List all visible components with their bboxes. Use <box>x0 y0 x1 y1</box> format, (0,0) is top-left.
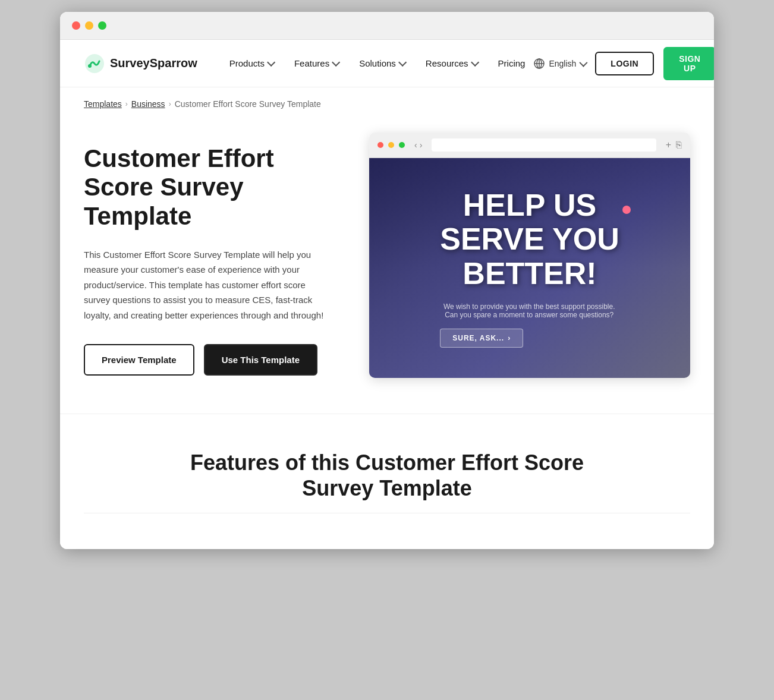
globe-icon <box>533 58 545 70</box>
browser-chrome <box>60 12 714 40</box>
logo-icon <box>84 53 105 74</box>
navbar: SurveySparrow Products Features Solution… <box>60 40 714 87</box>
template-nav-arrows: ‹ › <box>414 140 422 150</box>
traffic-light-red[interactable] <box>72 21 80 30</box>
nav-resources[interactable]: Resources <box>417 53 485 73</box>
svg-point-1 <box>88 64 92 68</box>
chevron-down-icon <box>398 58 407 66</box>
chevron-down-icon <box>332 58 340 66</box>
use-template-button[interactable]: Use This Template <box>204 344 317 376</box>
login-button[interactable]: LOGIN <box>595 52 654 75</box>
logo-text: SurveySparrow <box>110 56 197 70</box>
nav-solutions[interactable]: Solutions <box>351 53 413 73</box>
chevron-down-icon <box>471 58 479 66</box>
language-chevron-icon <box>580 58 588 67</box>
template-dot-yellow <box>388 142 394 148</box>
signup-button[interactable]: SIGN UP <box>663 47 714 80</box>
language-selector[interactable]: English <box>533 58 586 70</box>
plus-icon[interactable]: + <box>666 140 671 150</box>
pink-accent-dot <box>622 206 631 214</box>
logo[interactable]: SurveySparrow <box>84 53 197 74</box>
preview-template-button[interactable]: Preview Template <box>84 344 194 376</box>
back-arrow-icon[interactable]: ‹ <box>414 140 417 150</box>
nav-features[interactable]: Features <box>286 53 346 73</box>
breadcrumb-business[interactable]: Business <box>131 99 165 109</box>
hero-buttons: Preview Template Use This Template <box>84 344 333 376</box>
features-title: Features of this Customer Effort Score S… <box>179 450 595 501</box>
template-sub-text: We wish to provide you with the best sup… <box>440 302 618 319</box>
template-cta-button[interactable]: SURE, ASK... › <box>440 329 523 348</box>
template-url-bar[interactable] <box>432 138 656 152</box>
template-actions: + ⎘ <box>666 140 682 150</box>
nav-pricing[interactable]: Pricing <box>490 53 534 73</box>
template-preview: ‹ › + ⎘ HELP US SERVE YOU <box>369 133 690 378</box>
breadcrumb: Templates › Business › Customer Effort S… <box>60 87 714 121</box>
breadcrumb-templates[interactable]: Templates <box>84 99 122 109</box>
breadcrumb-separator-2: › <box>169 100 171 108</box>
nav-products[interactable]: Products <box>221 53 281 73</box>
hero-left: Customer Effort Score Survey Template Th… <box>84 133 333 376</box>
hero-right: ‹ › + ⎘ HELP US SERVE YOU <box>369 133 690 378</box>
copy-icon[interactable]: ⎘ <box>676 140 682 150</box>
traffic-light-yellow[interactable] <box>85 21 93 30</box>
arrow-right-icon: › <box>508 334 511 342</box>
hero-title: Customer Effort Score Survey Template <box>84 144 333 231</box>
template-hero-text: HELP US SERVE YOU BETTER! <box>440 188 619 291</box>
template-content: HELP US SERVE YOU BETTER! We wish to pro… <box>428 176 631 360</box>
nav-right: English LOGIN SIGN UP <box>533 47 714 80</box>
template-dot-green <box>399 142 405 148</box>
hero-description: This Customer Effort Score Survey Templa… <box>84 247 333 323</box>
hero-section: Customer Effort Score Survey Template Th… <box>60 121 714 414</box>
breadcrumb-separator-1: › <box>125 100 128 108</box>
template-chrome: ‹ › + ⎘ <box>369 133 690 158</box>
chevron-down-icon <box>267 58 275 66</box>
template-dot-red <box>377 142 383 148</box>
nav-links: Products Features Solutions Resources Pr… <box>221 53 534 73</box>
features-section: Features of this Customer Effort Score S… <box>60 414 714 549</box>
template-image: HELP US SERVE YOU BETTER! We wish to pro… <box>369 158 690 378</box>
features-content-area <box>84 513 690 525</box>
breadcrumb-current: Customer Effort Score Survey Template <box>175 99 321 109</box>
traffic-light-green[interactable] <box>98 21 106 30</box>
forward-arrow-icon[interactable]: › <box>420 140 423 150</box>
